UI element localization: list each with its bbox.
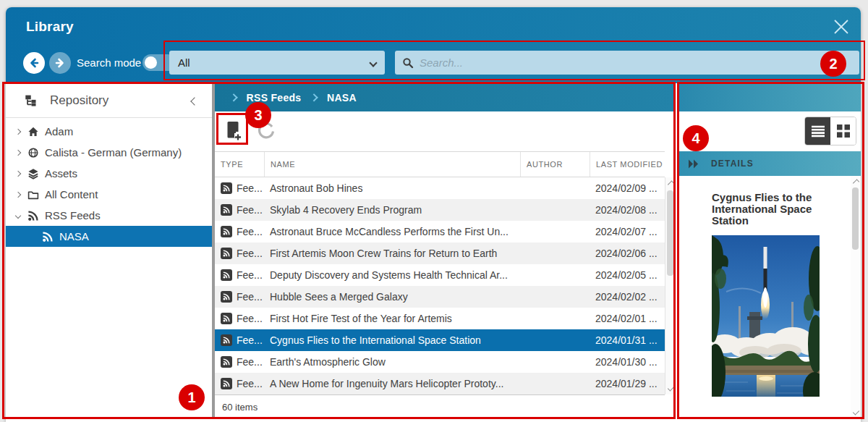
dialog-header: Library Search mode All [6,7,861,83]
category-filter-value: All [178,56,190,69]
cell-name: Astronaut Bob Hines [264,182,520,194]
cell-name: Cygnus Flies to the International Space … [264,334,520,346]
table-header: TYPE NAME AUTHOR LAST MODIFIED [215,151,665,177]
repository-sidebar: Repository Adam Calista - German (Ge [6,83,212,418]
toggle-knob [145,56,157,69]
details-header-bar[interactable]: DETAILS [679,151,861,176]
scroll-up-icon[interactable] [668,181,673,187]
forward-button[interactable] [49,52,71,74]
scrollbar-thumb[interactable] [852,187,859,250]
globe-icon [27,147,39,159]
breadcrumb-item-rss-feeds[interactable]: RSS Feeds [247,92,302,104]
refresh-icon [257,122,276,140]
breadcrumb-chevron-icon [229,93,237,101]
feed-list-panel: RSS Feeds NASA [215,83,675,418]
tree-item-label: NASA [59,230,89,242]
tree-item-label: Adam [45,125,73,138]
scroll-down-icon[interactable] [853,409,859,415]
refresh-button[interactable] [257,122,276,140]
table-row[interactable]: Fee... Hubble Sees a Merged Galaxy 2024/… [215,286,665,308]
chevron-left-icon [190,97,198,105]
tree-item-adam[interactable]: Adam [6,121,212,142]
close-button[interactable] [827,13,855,41]
tree-item-assets[interactable]: Assets [6,163,212,184]
rss-icon [27,210,39,221]
home-icon [27,126,39,138]
table-row[interactable]: Fee... Skylab 4 Recovery Ends Program 20… [215,199,665,221]
article-title: Cygnus Flies to the International Space … [712,192,829,227]
cell-type: Fee... [237,356,263,368]
dialog-title: Library [26,19,74,35]
list-view-button[interactable] [805,117,830,145]
list-scrollbar[interactable] [665,177,675,394]
cell-type: Fee... [237,313,263,324]
cell-type: Fee... [237,248,263,259]
cell-type: Fee... [237,269,263,281]
rss-feed-icon [221,269,232,281]
details-scrollbar[interactable] [851,176,861,418]
cell-last-modified: 2024/02/01 ... [590,313,665,324]
tree-item-rss-feeds[interactable]: RSS Feeds [6,205,212,226]
cell-name: Earth's Atmospheric Glow [264,356,520,368]
sidebar-title: Repository [50,93,109,108]
sidebar-collapse-button[interactable] [189,91,200,110]
rss-feed-icon [221,248,232,259]
tree-item-label: Calista - German (Germany) [45,146,182,159]
rss-feed-icon [221,204,232,216]
list-view-icon [811,125,825,138]
cell-last-modified: 2024/02/06 ... [590,248,665,259]
details-tab-label: DETAILS [711,159,754,169]
table-row[interactable]: Fee... First Hot Fire Test of the Year f… [215,308,665,329]
cell-type: Fee... [237,204,263,216]
feed-table-body: Fee... Astronaut Bob Hines 2024/02/09 ..… [215,177,665,394]
search-field[interactable] [395,51,859,75]
expand-chevron-icon[interactable] [13,172,23,176]
back-button[interactable] [23,52,45,74]
rss-icon [42,231,54,242]
expand-chevron-icon[interactable] [13,151,23,155]
tree-item-calista[interactable]: Calista - German (Germany) [6,142,212,163]
breadcrumb-chevron-icon [310,93,318,101]
table-row[interactable]: Fee... A New Home for Ingenuity Mars Hel… [215,373,665,394]
table-row[interactable]: Fee... Cygnus Flies to the International… [215,329,665,351]
column-header-last-modified[interactable]: LAST MODIFIED [590,152,665,177]
scroll-up-icon[interactable] [853,180,859,185]
search-input[interactable] [420,56,852,69]
list-toolbar [215,111,675,151]
column-header-author[interactable]: AUTHOR [520,152,590,177]
cell-type: Fee... [237,182,263,194]
expand-chevron-icon[interactable] [13,130,23,134]
scroll-down-icon[interactable] [668,385,673,391]
rss-feed-icon [221,182,232,194]
cell-last-modified: 2024/01/30 ... [590,356,665,368]
collapse-chevron-icon[interactable] [13,214,23,218]
category-filter-dropdown[interactable]: All [169,51,385,75]
cell-last-modified: 2024/02/02 ... [590,291,665,303]
column-header-name[interactable]: NAME [264,152,520,177]
back-arrow-icon [27,56,41,69]
cell-last-modified: 2024/02/07 ... [590,226,665,237]
rss-feed-icon [221,356,232,368]
tree-item-all-content[interactable]: All Content [6,184,212,205]
cell-last-modified: 2024/02/09 ... [590,182,665,194]
rss-feed-icon [221,378,232,389]
cell-type: Fee... [237,291,263,303]
column-header-type[interactable]: TYPE [215,152,264,177]
cell-name: Deputy Discovery and Systems Health Tech… [264,269,520,281]
breadcrumb-item-nasa[interactable]: NASA [327,92,357,104]
table-row[interactable]: Fee... Deputy Discovery and Systems Heal… [215,264,665,286]
sidebar-header: Repository [6,83,212,118]
table-row[interactable]: Fee... Astronaut Bob Hines 2024/02/09 ..… [215,177,665,199]
cell-name: First Hot Fire Test of the Year for Arte… [264,313,520,324]
cell-last-modified: 2024/02/08 ... [590,204,665,216]
expand-chevron-icon[interactable] [13,193,23,197]
tree-item-nasa[interactable]: NASA [6,226,212,247]
chevron-down-icon [369,59,377,67]
table-row[interactable]: Fee... Earth's Atmospheric Glow 2024/01/… [215,351,665,373]
add-document-button[interactable] [221,117,247,145]
table-row[interactable]: Fee... Astronaut Bruce McCandless Perfor… [215,221,665,242]
scrollbar-thumb[interactable] [667,190,673,276]
grid-view-button[interactable] [830,117,856,145]
table-row[interactable]: Fee... First Artemis Moon Crew Trains fo… [215,242,665,264]
cell-last-modified: 2024/02/05 ... [590,269,665,281]
